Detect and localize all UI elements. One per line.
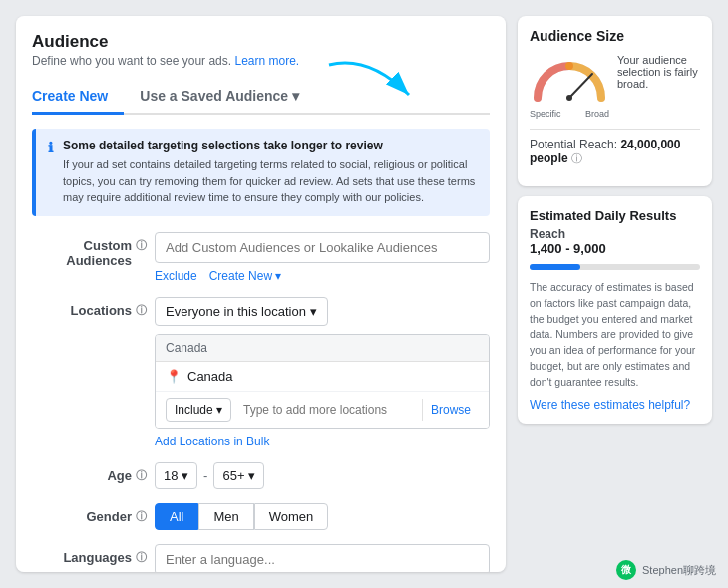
learn-more-link[interactable]: Learn more. (234, 54, 299, 68)
audience-size-card: Audience Size (518, 16, 712, 186)
watermark-icon: 微 (616, 560, 636, 580)
age-dash: - (203, 468, 207, 483)
estimated-bar (530, 264, 700, 270)
languages-row: Languages ⓘ (32, 544, 490, 573)
add-locations-bulk[interactable]: Add Locations in Bulk (155, 435, 490, 448)
location-browse-link[interactable]: Browse (422, 399, 479, 421)
audience-size-title: Audience Size (530, 28, 700, 44)
custom-audiences-input[interactable] (155, 232, 490, 263)
age-help-icon[interactable]: ⓘ (136, 468, 147, 483)
create-new-link[interactable]: Create New ▾ (209, 269, 282, 283)
gender-women-button[interactable]: Women (254, 503, 329, 530)
svg-point-2 (566, 95, 572, 101)
right-panel: Audience Size (518, 16, 712, 572)
estimated-subtitle: Reach (530, 227, 700, 241)
location-header: Canada (156, 335, 489, 362)
location-type-input[interactable] (237, 399, 416, 421)
audience-gauge (530, 54, 609, 104)
gender-men-button[interactable]: Men (198, 503, 253, 530)
estimated-range: 1,400 - 9,000 (530, 241, 700, 256)
location-dropdown[interactable]: Everyone in this location ▾ (155, 297, 328, 326)
include-dropdown[interactable]: Include ▾ (166, 398, 231, 422)
gender-row: Gender ⓘ All Men Women (32, 503, 490, 530)
locations-label: Locations ⓘ (32, 297, 147, 318)
custom-audiences-label: Custom Audiences ⓘ (32, 232, 147, 268)
estimated-title: Estimated Daily Results (530, 208, 700, 223)
locations-help-icon[interactable]: ⓘ (136, 303, 147, 318)
custom-audiences-row: Custom Audiences ⓘ Exclude Create New ▾ (32, 232, 490, 283)
age-row: Age ⓘ 18 ▾ - 65+ ▾ (32, 462, 490, 489)
potential-reach: Potential Reach: 24,000,000 people ⓘ (530, 129, 700, 166)
custom-audiences-help-icon[interactable]: ⓘ (136, 238, 147, 253)
gauge-status-text: Your audience selection is fairly broad. (617, 54, 700, 90)
estimated-disclaimer: The accuracy of estimates is based on fa… (530, 280, 700, 390)
estimates-helpful-link[interactable]: Were these estimates helpful? (530, 398, 700, 412)
age-max-select[interactable]: 65+ ▾ (213, 462, 264, 489)
info-banner: ℹ Some detailed targeting selections tak… (32, 129, 490, 216)
section-title: Audience (32, 32, 490, 52)
location-box: Canada 📍 Canada Include ▾ Browse (155, 334, 490, 429)
gender-help-icon[interactable]: ⓘ (136, 509, 147, 524)
gender-all-button[interactable]: All (155, 503, 198, 530)
tab-create-new[interactable]: Create New (32, 80, 124, 115)
gauge-label-specific: Specific (530, 109, 561, 119)
estimated-results-card: Estimated Daily Results Reach 1,400 - 9,… (518, 196, 712, 424)
locations-row: Locations ⓘ Everyone in this location ▾ … (32, 297, 490, 448)
section-subtitle: Define who you want to see your ads. Lea… (32, 54, 490, 68)
tab-use-saved[interactable]: Use a Saved Audience ▾ (124, 80, 299, 115)
estimated-bar-fill (530, 264, 580, 270)
location-include-row: Include ▾ Browse (156, 392, 489, 428)
languages-input[interactable] (155, 544, 490, 573)
languages-label: Languages ⓘ (32, 544, 147, 565)
gender-buttons: All Men Women (155, 503, 490, 530)
info-banner-text: If your ad set contains detailed targeti… (63, 156, 478, 206)
info-icon: ℹ (48, 140, 53, 206)
info-banner-title: Some detailed targeting selections take … (63, 139, 478, 152)
tabs: Create New Use a Saved Audience ▾ (32, 80, 490, 115)
svg-line-1 (569, 74, 592, 98)
languages-help-icon[interactable]: ⓘ (136, 550, 147, 565)
location-item: 📍 Canada (156, 362, 489, 392)
potential-reach-help-icon[interactable]: ⓘ (571, 152, 582, 164)
gender-label: Gender ⓘ (32, 503, 147, 524)
left-panel: Audience Define who you want to see your… (16, 16, 506, 572)
gauge-area: Specific Broad Your audience selection i… (530, 54, 700, 119)
watermark: 微 Stephen聊跨境 (616, 560, 716, 580)
watermark-text: Stephen聊跨境 (642, 563, 716, 578)
location-pin-icon: 📍 (166, 369, 182, 384)
age-label: Age ⓘ (32, 462, 147, 483)
gauge-label-broad: Broad (585, 109, 609, 119)
exclude-link[interactable]: Exclude (155, 269, 197, 283)
age-min-select[interactable]: 18 ▾ (155, 462, 197, 489)
